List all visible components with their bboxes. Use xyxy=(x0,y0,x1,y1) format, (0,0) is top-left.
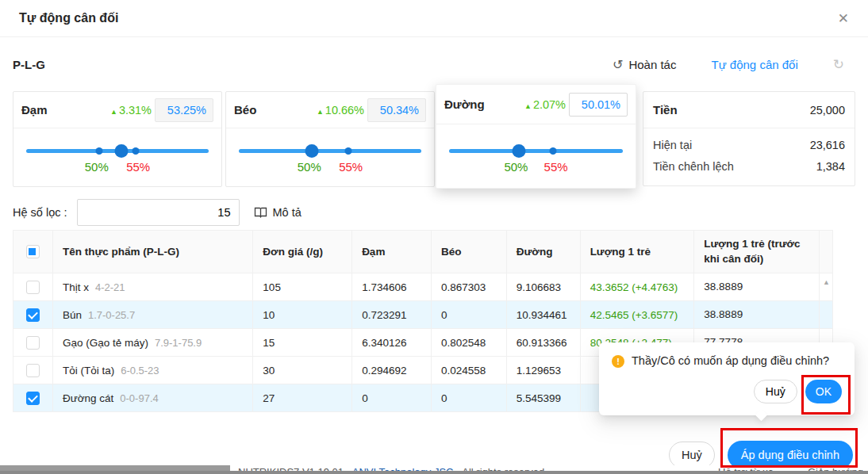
card-protein: Đạm ▲ 3.31% 50% 55% xyxy=(13,91,222,187)
cell-fat: 0 xyxy=(432,301,507,328)
toolbar: ↺ Hoàn tác Tự động cân đối ↻ xyxy=(613,56,855,73)
delta-value: 3.31% xyxy=(119,104,152,117)
card-sugar-value-input[interactable] xyxy=(569,93,628,117)
horizontal-scrollbar-thumb[interactable] xyxy=(0,465,230,471)
delta-up-icon: ▲ xyxy=(110,108,117,116)
page-footer-strip: NUTRIKIDS7 V1.19.01 - ANVI Technology JS… xyxy=(0,465,868,474)
nutrient-cards-row: Đạm ▲ 3.31% 50% 55% xyxy=(13,84,855,189)
filter-coefficient-input[interactable] xyxy=(77,199,240,226)
cell-price: 27 xyxy=(253,384,352,411)
popconfirm-message: Thầy/Cô có muốn áp dụng điều chỉnh? xyxy=(632,354,829,367)
food-name: Bún xyxy=(63,309,82,321)
warning-icon: ! xyxy=(612,355,624,368)
popconfirm-cancel-button[interactable]: Huỷ xyxy=(754,380,797,403)
cell-price: 105 xyxy=(253,273,352,300)
filter-row: Hệ số lọc : Mô tả xyxy=(13,199,855,226)
card-sugar: Đường ▲ 2.07% 50% 55% xyxy=(436,84,636,189)
cell-amount: 42.5465 (+3.6577) xyxy=(581,301,695,328)
card-protein-title: Đạm xyxy=(21,103,110,117)
slider-thumb[interactable] xyxy=(512,144,525,158)
row-checkbox[interactable] xyxy=(26,336,40,350)
food-name: Thịt x xyxy=(63,281,89,293)
horizontal-scrollbar-track[interactable] xyxy=(0,471,868,474)
col-amount-before: Lượng 1 trẻ (trước khi cân đối) xyxy=(694,231,820,273)
cell-amount-before: 38.8889 xyxy=(694,273,820,300)
slider-track xyxy=(449,149,623,153)
col-amount: Lượng 1 trẻ xyxy=(581,231,695,273)
card-fat-value-input[interactable] xyxy=(367,98,426,122)
money-current-value: 23,616 xyxy=(810,135,845,156)
slider-track xyxy=(26,149,209,153)
food-code: 1.7-0-25.7 xyxy=(88,309,135,321)
slider-min-label: 50% xyxy=(504,160,528,174)
filter-label: Hệ số lọc : xyxy=(13,206,67,219)
card-fat-slider[interactable]: 50% 55% xyxy=(226,128,434,186)
row-checkbox[interactable] xyxy=(26,392,40,405)
describe-label: Mô tả xyxy=(273,206,301,219)
slider-max-label: 55% xyxy=(544,160,568,174)
redo-icon[interactable]: ↻ xyxy=(833,56,844,73)
row-checkbox[interactable] xyxy=(26,281,40,294)
cancel-button[interactable]: Huỷ xyxy=(669,442,715,468)
col-protein: Đạm xyxy=(352,231,432,273)
cell-price: 30 xyxy=(253,357,352,384)
slider-thumb[interactable] xyxy=(114,144,128,158)
col-price: Đơn giá (/g) xyxy=(253,231,352,273)
plg-section-label: P-L-G xyxy=(13,58,45,71)
delta-value: 10.66% xyxy=(325,104,364,117)
cell-protein: 1.734606 xyxy=(352,273,432,300)
money-title: Tiền xyxy=(653,103,678,117)
cell-amount-before: 38.8889 xyxy=(694,301,820,328)
slider-thumb[interactable] xyxy=(305,144,319,158)
table-row[interactable]: Bún1.7-0-25.7 10 0.723291 0 10.934461 42… xyxy=(13,301,832,329)
cell-fat: 0.867303 xyxy=(432,273,507,300)
card-fat-title: Béo xyxy=(234,103,317,117)
card-protein-delta: ▲ 3.31% xyxy=(110,104,152,117)
undo-icon: ↺ xyxy=(613,57,623,72)
card-sugar-slider[interactable]: 50% 55% xyxy=(436,124,636,188)
undo-label: Hoàn tác xyxy=(628,58,676,71)
food-name: Tỏi (Tỏi ta) xyxy=(63,365,114,377)
close-icon[interactable]: ✕ xyxy=(838,12,849,25)
card-sugar-delta: ▲ 2.07% xyxy=(524,98,566,111)
cell-protein: 0 xyxy=(352,384,432,411)
col-sugar: Đường xyxy=(507,231,581,273)
select-all-checkbox[interactable] xyxy=(26,245,40,258)
describe-button[interactable]: Mô tả xyxy=(254,206,301,219)
card-sugar-title: Đường xyxy=(444,97,524,111)
row-checkbox[interactable] xyxy=(26,364,40,377)
cell-fat: 0 xyxy=(432,384,507,411)
money-budget: 25,000 xyxy=(810,104,845,117)
cell-fat: 0.024558 xyxy=(432,357,507,384)
card-protein-value-input[interactable] xyxy=(155,98,213,122)
cell-sugar: 9.106683 xyxy=(507,273,581,300)
modal-body: P-L-G ↺ Hoàn tác Tự động cân đối ↻ Đạm ▲… xyxy=(0,37,868,226)
scroll-up-icon[interactable]: ▲ xyxy=(823,278,830,286)
cell-protein: 0.294692 xyxy=(352,357,432,384)
popconfirm-ok-button[interactable]: OK xyxy=(805,380,842,403)
card-fat: Béo ▲ 10.66% 50% 55% xyxy=(225,91,435,187)
modal-title: Tự động cân đối xyxy=(19,11,118,25)
money-diff-value: 1,384 xyxy=(816,156,845,178)
slider-mark-55 xyxy=(550,147,557,155)
slider-min-label: 50% xyxy=(298,160,321,174)
slider-track xyxy=(239,149,421,153)
table-header-row: Tên thực phẩm (P-L-G) Đơn giá (/g) Đạm B… xyxy=(13,231,832,273)
table-row[interactable]: Thịt x4-2-21 105 1.734606 0.867303 9.106… xyxy=(13,273,832,301)
auto-balance-link[interactable]: Tự động cân đối xyxy=(711,58,797,71)
undo-button[interactable]: ↺ Hoàn tác xyxy=(613,57,676,72)
money-diff-label: Tiền chênh lệch xyxy=(653,156,734,178)
apply-popconfirm: ! Thầy/Cô có muốn áp dụng điều chỉnh? Hu… xyxy=(599,342,855,415)
book-icon xyxy=(254,207,267,218)
cell-sugar: 1.129653 xyxy=(507,357,581,384)
money-diff-row: Tiền chênh lệch 1,384 xyxy=(653,156,845,178)
cell-price: 15 xyxy=(253,329,352,356)
row-checkbox[interactable] xyxy=(26,308,40,322)
card-protein-slider[interactable]: 50% 55% xyxy=(13,128,221,186)
card-fat-delta: ▲ 10.66% xyxy=(317,104,364,117)
slider-mark-55 xyxy=(345,147,352,155)
cell-protein: 0.723291 xyxy=(352,301,432,328)
delta-value: 2.07% xyxy=(533,98,566,111)
slider-mark-55 xyxy=(133,147,140,155)
cell-protein: 6.340126 xyxy=(352,329,432,356)
